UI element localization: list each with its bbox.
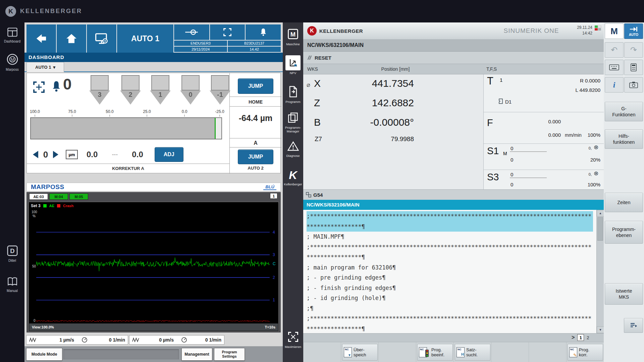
pager-next-icon[interactable]: > [572, 335, 575, 341]
position-pin-0: 0 [180, 75, 201, 106]
program-line[interactable]: ;¶ [307, 303, 593, 314]
tool-d-number: D1 [505, 99, 512, 105]
program-line[interactable]: ;***************************************… [307, 211, 593, 232]
tool-length: L 449.8200 [484, 87, 600, 93]
machine-area-button[interactable]: M [605, 23, 624, 39]
correction-row: 0 µm 0.0 --- 0.0 ADJ [27, 146, 229, 163]
rail-item-diagnose[interactable]: Diagnose [283, 140, 303, 158]
program-line[interactable]: ;***************************************… [307, 313, 593, 333]
dresser-tool-button[interactable] [174, 24, 209, 40]
screen-gear-icon [94, 32, 109, 45]
svg-text:100: 100 [32, 210, 37, 214]
unit-selector[interactable]: µm [66, 150, 78, 159]
jump-home-button[interactable]: JUMP [238, 78, 273, 94]
decrement-arrow[interactable] [33, 151, 38, 158]
rail-item-kellenberger[interactable]: K Kellenberger [283, 169, 303, 186]
jump-column: JUMP HOME -64.4 µm A JUMP AUTO 2 [229, 73, 281, 174]
screenshot-button[interactable] [624, 77, 643, 93]
softkey-zeiten[interactable]: Zeiten [605, 193, 643, 212]
kellenberger-k-icon: K [283, 169, 303, 182]
rail-item-npv[interactable]: NPV [283, 55, 303, 75]
softkey-hilfsfunktionen[interactable]: Hilfs-funktionen [605, 129, 643, 149]
jump-auto2-button[interactable]: JUMP [238, 149, 273, 164]
softkey-ueberspeichern[interactable]: NC▼ Über-speich [342, 344, 378, 361]
position-pin-1: 1 [150, 75, 171, 106]
page-badge: 1 [270, 193, 277, 199]
info-button[interactable]: i [605, 77, 624, 93]
program-line[interactable]: ; - pre grinding edges¶ [307, 273, 593, 283]
program-line[interactable]: ; - finish grinding edges¶ [307, 283, 593, 293]
dashboard-card: 0 3 2 1 0 -1 100.0 75.0 50.0 25.0 0.0 -2… [26, 73, 281, 173]
screen: K KELLENBERGER Dashboard M Marposs D Dit… [0, 0, 644, 362]
home-button[interactable] [57, 24, 86, 53]
left-rail: Dashboard M Marposs D Dittel Manual [0, 22, 24, 362]
marposs-logo-icon: M [6, 53, 18, 65]
metric-group-1: 1 µm/s 0 1/min [26, 335, 128, 345]
screen-settings-button[interactable] [87, 24, 116, 53]
rail-item-programm[interactable]: Programm [283, 85, 303, 104]
chart-footer: View:100.0% T=10s [29, 323, 278, 331]
virtual-keyboard-button[interactable] [605, 60, 624, 75]
traffic-light-icon: NC [419, 347, 427, 357]
marposs-chart-svg: 4321C100%500 [31, 209, 277, 323]
program-line[interactable]: ; - id grinding (hole)¶ [307, 293, 593, 303]
channel-ae03-button[interactable]: AE:03 [29, 193, 48, 200]
program-line[interactable]: ;***************************************… [307, 242, 593, 262]
management-button[interactable]: Management [181, 348, 212, 361]
sidebar-item-dashboard[interactable]: Dashboard [0, 27, 24, 43]
program-line[interactable]: ; MAIN.MPF¶ [307, 232, 593, 242]
frame-corners-icon [222, 27, 232, 37]
channel-m05-button[interactable]: M:05 [69, 193, 88, 200]
softkey-istwerte-mks[interactable]: IstwerteMKS [605, 283, 643, 305]
view-zoom-label: View:100.0% [32, 325, 54, 329]
sidebar-item-dittel[interactable]: D Dittel [0, 245, 24, 262]
auto-mode-button[interactable]: AUTO [624, 23, 643, 39]
scroll-down-icon[interactable]: ▼ [597, 326, 604, 333]
undo-button[interactable]: ↶ [605, 42, 624, 58]
rail-item-maschine[interactable]: M Maschine [283, 28, 303, 46]
alarm-bell-button[interactable] [246, 24, 281, 40]
tab-auto1[interactable]: AUTO 1▾ [26, 62, 64, 72]
sidebar-item-manual[interactable]: Manual [0, 277, 24, 293]
chart-legend-swatch [57, 204, 60, 207]
svg-text:%: % [33, 214, 36, 218]
correction-count: 0 [38, 149, 53, 160]
softkey-g-funktionen[interactable]: G-Funktionen [605, 102, 643, 121]
product-name: SINUMERIK ONE [491, 22, 572, 39]
adj-button[interactable]: ADJ [155, 147, 183, 162]
svg-text:50: 50 [32, 264, 36, 268]
block-search-icon: NCH [457, 347, 465, 357]
hmi-bottom-bar: Module Mode Management Program Settings [24, 346, 283, 362]
softkey-prog-beeinflussung[interactable]: NC Prog.beeinf. [417, 344, 453, 361]
redo-button[interactable]: ↷ [624, 42, 643, 58]
program-editor[interactable]: ;***************************************… [303, 210, 596, 333]
dial-icon [181, 337, 187, 343]
pager-page-2[interactable]: 2 [587, 335, 589, 340]
rail-item-programm-manager[interactable]: Programm-Manager [283, 112, 303, 133]
tfs-window: T 1 R 0.0000 L 449.8200 D1 F 0.000 0.000… [483, 74, 604, 189]
rail-item-maximieren[interactable]: Maximieren [283, 331, 303, 349]
scroll-up-icon[interactable]: ▲ [597, 210, 604, 217]
softkey-programmebenen[interactable]: Programm-ebenen [605, 221, 643, 244]
chart-title: Set 3 [31, 203, 41, 208]
increment-arrow[interactable] [53, 151, 58, 158]
softkey-satzsuchlauf[interactable]: NCH Satz-suchl. [455, 344, 490, 361]
info-icon: i [613, 80, 615, 89]
block-list-button[interactable] [624, 318, 643, 333]
softkey-prog-korrektur[interactable]: NC✎ Prog.korr. [568, 344, 603, 361]
calculator-button[interactable] [624, 60, 643, 75]
axis-row-b: B -0.00008° [303, 115, 483, 133]
speed-1: 0 1/min [90, 337, 125, 343]
program-line[interactable]: ; main program for 632106¶ [307, 262, 593, 273]
svg-text:1: 1 [273, 298, 275, 302]
frame-select-button[interactable] [210, 24, 245, 40]
sidebar-item-marposs[interactable]: M Marposs [0, 53, 24, 71]
scrollbar-thumb[interactable] [597, 217, 603, 241]
program-scrollbar[interactable]: ▲ ▼ [596, 210, 604, 333]
back-button[interactable] [26, 24, 56, 53]
program-settings-button[interactable]: Program Settings [214, 348, 245, 361]
pager-page-1[interactable]: 1 [577, 334, 584, 341]
channel-m04-button[interactable]: M:04 [49, 193, 68, 200]
module-mode-button[interactable]: Module Mode [26, 348, 62, 361]
horizontal-softkey-bar: NC▼ Über-speich NC Prog.beeinf. NCH Satz… [303, 342, 604, 362]
